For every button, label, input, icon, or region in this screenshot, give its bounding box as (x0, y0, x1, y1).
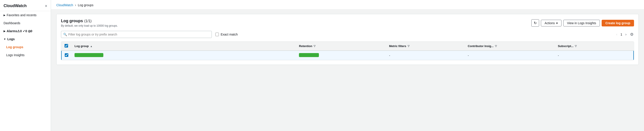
content-area: Log groups (1/1) By default, we only loa… (51, 10, 644, 131)
alarm-badge-info: ◎0 (28, 29, 32, 33)
table-row[interactable]: - - - (62, 51, 634, 60)
sidebar-item-label: Alarms (7, 29, 17, 33)
actions-label: Actions (545, 21, 555, 25)
exact-match-section: Exact match (215, 33, 238, 36)
panel-title-section: Log groups (1/1) By default, we only loa… (61, 19, 529, 27)
sort-icon: ▽ (314, 45, 315, 48)
close-icon[interactable]: × (45, 4, 47, 8)
breadcrumb: CloudWatch › Log groups (51, 0, 644, 10)
refresh-button[interactable]: ↻ (531, 19, 539, 27)
sidebar-item-favorites[interactable]: ▶ Favorites and recents (0, 11, 51, 19)
sidebar-section-alarms[interactable]: ▶ Alarms ⚠0 ✓0 ◎0 (0, 27, 51, 35)
sidebar-header: CloudWatch × (0, 0, 51, 11)
th-select (62, 42, 72, 51)
chevron-right-icon: ▶ (4, 14, 5, 17)
panel-subtitle: By default, we only load up to 10000 log… (61, 24, 529, 27)
th-subscriptions-label: Subscript... (558, 44, 574, 48)
sidebar-item-logs-insights[interactable]: Logs Insights (0, 51, 51, 59)
sidebar-item-log-groups[interactable]: Log groups (0, 43, 51, 51)
sidebar-item-label: Dashboards (4, 21, 20, 25)
row-select-cell (62, 51, 72, 60)
log-groups-table: Log group ▲ Retention ▽ (61, 42, 634, 60)
row-subscriptions-cell: - (555, 51, 634, 60)
th-metric-label: Metric filters (389, 44, 406, 48)
search-input[interactable] (61, 31, 212, 38)
view-in-logs-insights-button[interactable]: View in Logs Insights (563, 20, 600, 26)
sidebar-item-label: Logs Insights (6, 53, 24, 57)
sidebar-title: CloudWatch (4, 4, 26, 8)
sidebar-section-logs[interactable]: ▼ Logs (0, 35, 51, 43)
chevron-down-icon: ▼ (4, 38, 6, 40)
row-log-group-cell (72, 51, 296, 60)
main-content: CloudWatch › Log groups Log groups (1/1)… (51, 0, 644, 131)
breadcrumb-separator: › (75, 3, 76, 7)
create-log-group-button[interactable]: Create log group (602, 20, 634, 26)
log-groups-panel: Log groups (1/1) By default, we only loa… (56, 14, 639, 65)
breadcrumb-log-groups: Log groups (78, 3, 93, 7)
panel-header: Log groups (1/1) By default, we only loa… (61, 19, 634, 27)
row-metric-cell: - (386, 51, 464, 60)
th-contributor-insights[interactable]: Contributor Insig... ▽ (464, 42, 555, 51)
th-retention-label: Retention (299, 44, 312, 48)
exact-match-checkbox[interactable] (215, 33, 219, 36)
sidebar-item-dashboards[interactable]: Dashboards (0, 19, 51, 27)
pagination-section: ‹ 1 › ⚙ (615, 32, 634, 37)
sort-icon: ▽ (575, 45, 576, 48)
search-icon: 🔍 (63, 33, 67, 36)
row-contributor-cell: - (464, 51, 555, 60)
panel-title: Log groups (61, 19, 83, 23)
row-retention-cell (296, 51, 386, 60)
sidebar-item-label: Log groups (6, 45, 23, 49)
select-all-checkbox[interactable] (64, 44, 68, 48)
sort-icon: ▽ (495, 45, 497, 48)
exact-match-label: Exact match (221, 33, 238, 36)
search-input-wrap: 🔍 (61, 31, 212, 38)
alarm-badges: ⚠0 ✓0 ◎0 (17, 29, 32, 33)
sidebar: CloudWatch × ▶ Favorites and recents Das… (0, 0, 51, 131)
table-header-row: Log group ▲ Retention ▽ (62, 42, 634, 51)
actions-arrow-icon: ▾ (556, 21, 558, 25)
actions-button[interactable]: Actions ▾ (541, 20, 562, 26)
metric-filters-value: - (389, 54, 390, 57)
log-group-value-masked (74, 53, 103, 57)
panel-count: (1/1) (84, 19, 92, 23)
retention-value-masked (299, 53, 319, 57)
page-next-button[interactable]: › (624, 32, 628, 37)
th-retention[interactable]: Retention ▽ (296, 42, 386, 51)
page-prev-button[interactable]: ‹ (615, 32, 619, 37)
page-number: 1 (620, 33, 622, 36)
sort-icon: ▽ (408, 45, 409, 48)
row-checkbox[interactable] (65, 53, 68, 57)
search-bar-row: 🔍 Exact match ‹ 1 › ⚙ (61, 31, 634, 38)
create-label: Create log group (606, 21, 630, 25)
sort-asc-icon: ▲ (90, 45, 92, 48)
table-settings-button[interactable]: ⚙ (630, 32, 634, 37)
th-metric-filters[interactable]: Metric filters ▽ (386, 42, 464, 51)
th-log-group[interactable]: Log group ▲ (72, 42, 296, 51)
chevron-right-icon: ▶ (4, 30, 5, 33)
th-log-group-label: Log group (74, 44, 89, 48)
th-subscriptions[interactable]: Subscript... ▽ (555, 42, 634, 51)
breadcrumb-cloudwatch[interactable]: CloudWatch (56, 3, 73, 7)
subscriptions-value: - (558, 54, 559, 57)
view-insights-label: View in Logs Insights (567, 21, 596, 25)
alarm-badge-ok: ✓0 (22, 29, 27, 33)
contributor-insights-value: - (468, 54, 469, 57)
th-contributor-label: Contributor Insig... (468, 44, 494, 48)
sidebar-item-label: Logs (7, 37, 15, 41)
panel-actions: ↻ Actions ▾ View in Logs Insights Create… (531, 19, 634, 27)
alarm-badge-warning: ⚠0 (17, 29, 22, 33)
sidebar-item-label: Favorites and recents (7, 13, 36, 17)
